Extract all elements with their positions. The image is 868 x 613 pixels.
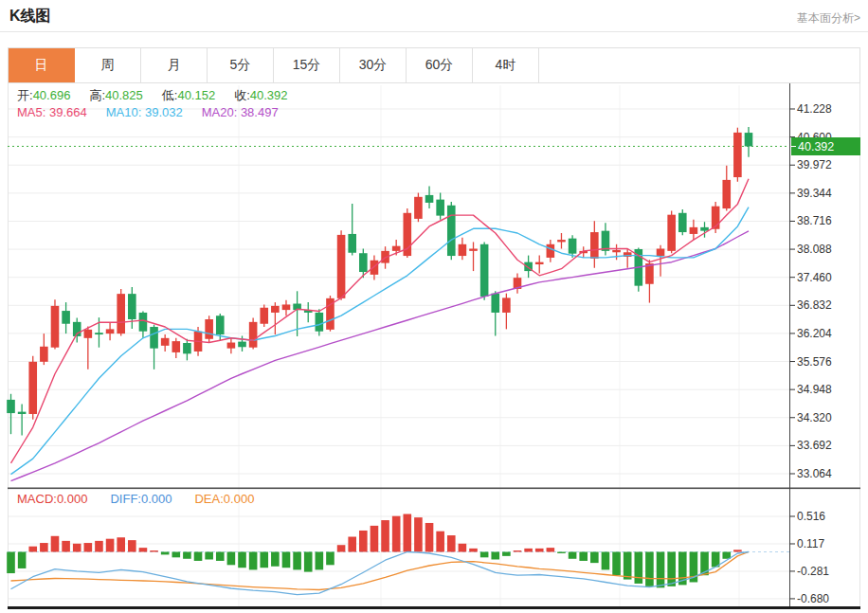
- low-info: 低:40.152: [162, 87, 215, 104]
- svg-text:35.576: 35.576: [797, 355, 832, 369]
- high-label: 高:: [89, 88, 105, 102]
- ma-info-row: MA5: 39.664MA10: 39.032MA20: 38.497: [17, 105, 298, 119]
- close-value: 40.392: [250, 88, 288, 102]
- svg-text:41.228: 41.228: [797, 102, 832, 116]
- svg-text:36.832: 36.832: [797, 298, 832, 312]
- tab-15min[interactable]: 15分: [274, 48, 340, 82]
- tab-30min[interactable]: 30分: [340, 48, 407, 82]
- open-info: 开:40.696: [17, 87, 70, 104]
- ohlc-info-row: 开:40.696高:40.825低:40.152收:40.392: [17, 87, 307, 104]
- diff-label: DIFF:: [110, 492, 141, 506]
- high-info: 高:40.825: [89, 87, 142, 104]
- kline-widget: K线图 基本面分析> 日周月5分15分30分60分4时 开:40.696高:40…: [0, 0, 868, 613]
- diff-value: 0.000: [141, 492, 172, 506]
- close-info: 收:40.392: [234, 87, 287, 104]
- svg-text:34.948: 34.948: [797, 383, 832, 396]
- dea-info: DEA:0.000: [194, 492, 254, 506]
- low-value: 40.152: [177, 88, 215, 102]
- ma5-info: MA5: 39.664: [17, 105, 87, 119]
- ma10-label: MA10:: [106, 105, 145, 119]
- tab-4hour[interactable]: 4时: [473, 48, 539, 82]
- ma5-label: MA5:: [17, 105, 49, 119]
- svg-text:0.516: 0.516: [797, 510, 825, 523]
- tab-60min[interactable]: 60分: [407, 48, 473, 82]
- ma10-value: 39.032: [145, 105, 183, 119]
- diff-info: DIFF:0.000: [110, 492, 172, 506]
- price-tag-value: 40.392: [798, 140, 834, 153]
- tab-day[interactable]: 日: [9, 48, 75, 82]
- svg-text:39.344: 39.344: [797, 187, 832, 200]
- dea-value: 0.000: [224, 492, 255, 506]
- ma10-info: MA10: 39.032: [106, 105, 183, 119]
- ma5-value: 39.664: [49, 105, 87, 119]
- svg-text:37.460: 37.460: [797, 271, 832, 284]
- macd-info-row: MACD:0.000DIFF:0.000DEA:0.000: [17, 492, 277, 506]
- tab-month[interactable]: 月: [141, 48, 208, 82]
- macd-label: MACD:: [17, 492, 57, 506]
- svg-text:39.972: 39.972: [797, 158, 832, 171]
- interval-tabs: 日周月5分15分30分60分4时: [8, 47, 860, 83]
- svg-text:38.088: 38.088: [797, 243, 832, 256]
- dea-label: DEA:: [194, 492, 223, 506]
- macd-value: 0.000: [57, 492, 88, 506]
- svg-text:-0.281: -0.281: [797, 565, 829, 578]
- tabbar-filler: [539, 48, 859, 82]
- low-label: 低:: [162, 88, 178, 102]
- macd-info: MACD:0.000: [17, 492, 87, 506]
- svg-text:33.692: 33.692: [797, 439, 832, 452]
- open-value: 40.696: [33, 88, 71, 102]
- ma20-info: MA20: 38.497: [202, 105, 279, 119]
- svg-text:-0.680: -0.680: [797, 592, 829, 605]
- high-value: 40.825: [105, 88, 143, 102]
- svg-text:38.716: 38.716: [797, 214, 832, 227]
- ma20-label: MA20:: [202, 105, 241, 119]
- tab-week[interactable]: 周: [75, 48, 141, 82]
- svg-text:36.204: 36.204: [797, 327, 832, 340]
- price-tag: 40.392: [791, 137, 860, 155]
- open-label: 开:: [17, 88, 33, 102]
- ma20-value: 38.497: [241, 105, 279, 119]
- svg-text:33.064: 33.064: [797, 467, 832, 480]
- tab-5min[interactable]: 5分: [208, 48, 274, 82]
- svg-text:34.320: 34.320: [797, 411, 832, 424]
- close-label: 收:: [234, 88, 250, 102]
- svg-text:0.117: 0.117: [797, 537, 824, 550]
- price-tag-tick-icon: [791, 146, 796, 147]
